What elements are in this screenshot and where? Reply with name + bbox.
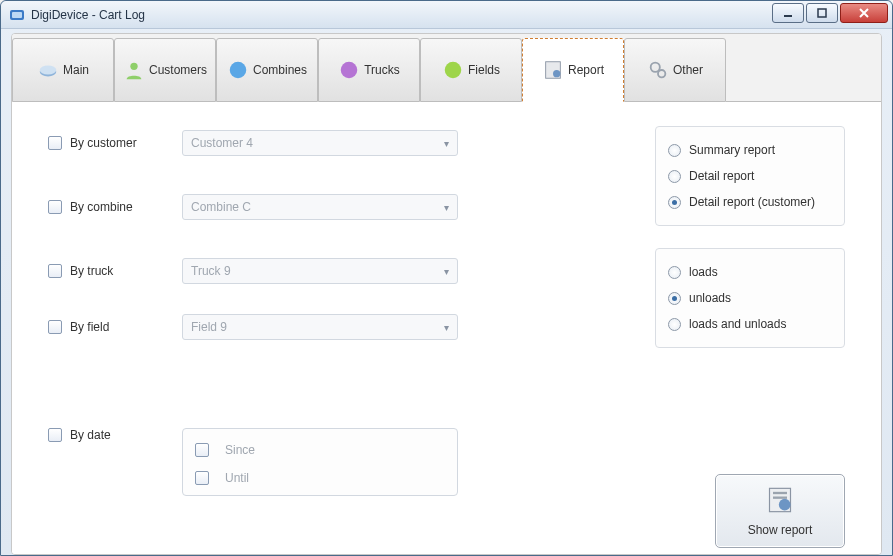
tab-other[interactable]: Other <box>624 38 726 102</box>
show-report-label: Show report <box>748 523 813 537</box>
radio-detail-report-customer[interactable] <box>668 196 681 209</box>
svg-point-7 <box>230 62 247 79</box>
tabbar: Main Customers Combines Trucks <box>12 34 881 102</box>
gear-icon <box>647 59 669 81</box>
tab-customers[interactable]: Customers <box>114 38 216 102</box>
checkbox-by-customer[interactable] <box>48 136 62 150</box>
label-by-truck: By truck <box>70 264 182 278</box>
client-area: Main Customers Combines Trucks <box>11 33 882 555</box>
fields-icon <box>442 59 464 81</box>
checkbox-by-combine[interactable] <box>48 200 62 214</box>
checkbox-since[interactable] <box>195 443 209 457</box>
radio-loads-and-unloads[interactable] <box>668 318 681 331</box>
radio-detail-report[interactable] <box>668 170 681 183</box>
label-by-customer: By customer <box>70 136 182 150</box>
label-by-combine: By combine <box>70 200 182 214</box>
svg-point-6 <box>130 63 137 70</box>
dropdown-combine[interactable]: Combine C ▾ <box>182 194 458 220</box>
radio-unloads[interactable] <box>668 292 681 305</box>
svg-rect-16 <box>773 496 787 498</box>
dropdown-truck[interactable]: Truck 9 ▾ <box>182 258 458 284</box>
tab-label: Combines <box>253 63 307 77</box>
chevron-down-icon: ▾ <box>444 138 449 149</box>
svg-point-9 <box>445 62 462 79</box>
chevron-down-icon: ▾ <box>444 322 449 333</box>
svg-rect-1 <box>12 12 22 18</box>
radio-label: Detail report (customer) <box>689 195 815 209</box>
svg-rect-2 <box>784 15 792 17</box>
tab-label: Trucks <box>364 63 400 77</box>
checkbox-by-field[interactable] <box>48 320 62 334</box>
radio-label: loads and unloads <box>689 317 786 331</box>
svg-point-5 <box>40 65 57 74</box>
label-by-date: By date <box>70 428 182 442</box>
checkbox-until[interactable] <box>195 471 209 485</box>
dropdown-value: Field 9 <box>191 320 227 334</box>
checkbox-by-truck[interactable] <box>48 264 62 278</box>
show-report-button[interactable]: Show report <box>715 474 845 548</box>
tab-label: Customers <box>149 63 207 77</box>
svg-point-11 <box>553 70 560 77</box>
dropdown-value: Combine C <box>191 200 251 214</box>
tab-main[interactable]: Main <box>12 38 114 102</box>
main-icon <box>37 59 59 81</box>
titlebar: DigiDevice - Cart Log <box>1 1 892 29</box>
chevron-down-icon: ▾ <box>444 266 449 277</box>
svg-rect-15 <box>773 491 787 493</box>
customers-icon <box>123 59 145 81</box>
label-until: Until <box>225 471 249 485</box>
tab-fields[interactable]: Fields <box>420 38 522 102</box>
tab-label: Main <box>63 63 89 77</box>
report-icon <box>542 59 564 81</box>
tab-report[interactable]: Report <box>522 38 624 102</box>
dropdown-value: Customer 4 <box>191 136 253 150</box>
load-type-group: loads unloads loads and unloads <box>655 248 845 348</box>
radio-summary-report[interactable] <box>668 144 681 157</box>
svg-rect-3 <box>818 9 826 17</box>
maximize-button[interactable] <box>806 3 838 23</box>
radio-loads[interactable] <box>668 266 681 279</box>
report-type-group: Summary report Detail report Detail repo… <box>655 126 845 226</box>
svg-point-17 <box>779 498 791 510</box>
tab-trucks[interactable]: Trucks <box>318 38 420 102</box>
dropdown-field[interactable]: Field 9 ▾ <box>182 314 458 340</box>
radio-label: loads <box>689 265 718 279</box>
date-range-box: Since Until <box>182 428 458 496</box>
label-by-field: By field <box>70 320 182 334</box>
minimize-button[interactable] <box>772 3 804 23</box>
svg-point-13 <box>658 70 665 77</box>
combines-icon <box>227 59 249 81</box>
radio-label: Detail report <box>689 169 754 183</box>
close-button[interactable] <box>840 3 888 23</box>
app-window: DigiDevice - Cart Log Main <box>0 0 893 556</box>
dropdown-customer[interactable]: Customer 4 ▾ <box>182 130 458 156</box>
tab-label: Report <box>568 63 604 77</box>
dropdown-value: Truck 9 <box>191 264 231 278</box>
svg-point-8 <box>341 62 358 79</box>
checkbox-by-date[interactable] <box>48 428 62 442</box>
window-title: DigiDevice - Cart Log <box>31 8 145 22</box>
tab-label: Other <box>673 63 703 77</box>
report-content: By customer Customer 4 ▾ By combine Comb… <box>12 102 881 554</box>
tab-combines[interactable]: Combines <box>216 38 318 102</box>
label-since: Since <box>225 443 255 457</box>
radio-label: Summary report <box>689 143 775 157</box>
chevron-down-icon: ▾ <box>444 202 449 213</box>
radio-label: unloads <box>689 291 731 305</box>
app-icon <box>9 7 25 23</box>
report-icon <box>766 486 794 517</box>
tab-label: Fields <box>468 63 500 77</box>
trucks-icon <box>338 59 360 81</box>
